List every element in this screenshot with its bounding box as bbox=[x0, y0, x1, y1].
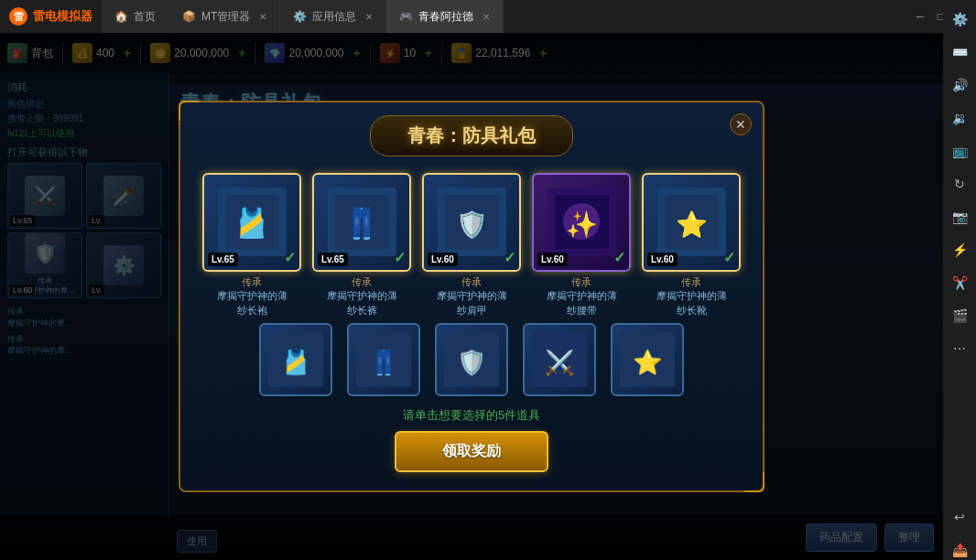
modal-item-2-label: 传承 摩揭守护神的薄纱肩甲 bbox=[437, 275, 507, 318]
modal-item-3-name: 摩揭守护神的薄纱腰带 bbox=[547, 290, 617, 315]
modal-item-4[interactable]: ⭐ Lv.60 ✓ 传承 摩揭守护神的薄纱长靴 bbox=[640, 173, 743, 318]
modal-item-2-check: ✓ bbox=[504, 249, 515, 266]
modal-item-1-box: 👖 Lv.65 ✓ bbox=[312, 173, 411, 272]
modal-item-2-level: Lv.60 bbox=[428, 253, 458, 266]
appinfo-tab-close[interactable]: ✕ bbox=[365, 12, 373, 22]
modal-title-background: 青春：防具礼包 bbox=[370, 115, 573, 156]
modal-top-items-row: 🎽 Lv.65 ✓ 传承 摩揭守护神的薄纱长袍 bbox=[180, 173, 763, 318]
rotate-icon[interactable]: ↻ bbox=[949, 174, 970, 194]
svg-text:🎽: 🎽 bbox=[281, 348, 311, 377]
modal-item-5[interactable]: 🎽 bbox=[255, 323, 336, 396]
modal-item-8[interactable]: ⚔️ bbox=[519, 323, 600, 396]
modal-close-button[interactable]: ✕ bbox=[730, 113, 752, 135]
mt-tab-label: MT管理器 bbox=[201, 9, 250, 25]
svg-text:👖: 👖 bbox=[343, 206, 380, 241]
game-tab-label: 青春阿拉德 bbox=[418, 9, 473, 25]
modal-item-0-name: 摩揭守护神的薄纱长袍 bbox=[217, 290, 287, 315]
tab-game[interactable]: 🎮 青春阿拉德 ✕ bbox=[386, 0, 504, 33]
volume-up-icon[interactable]: 🔊 bbox=[949, 75, 970, 95]
modal-title: 青春：防具礼包 bbox=[407, 125, 536, 145]
modal-item-1-level: Lv.65 bbox=[318, 253, 348, 266]
appinfo-tab-icon: ⚙️ bbox=[293, 10, 307, 23]
modal-item-9-image: ⭐ bbox=[620, 332, 675, 387]
modal-item-4-level: Lv.60 bbox=[647, 253, 678, 266]
claim-reward-button[interactable]: 领取奖励 bbox=[395, 431, 548, 472]
modal-item-3-inherit: 传承 bbox=[571, 276, 591, 287]
modal-item-8-box: ⚔️ bbox=[523, 323, 596, 396]
modal-item-1[interactable]: 👖 Lv.65 ✓ 传承 摩揭守护神的薄纱长裤 bbox=[310, 173, 413, 318]
modal-item-0-inherit: 传承 bbox=[242, 276, 262, 287]
modal-item-5-image: 🎽 bbox=[268, 332, 323, 387]
modal-item-8-image: ⚔️ bbox=[532, 332, 587, 387]
tab-home[interactable]: 🏠 首页 bbox=[102, 0, 169, 33]
modal-item-9[interactable]: ⭐ bbox=[607, 323, 688, 396]
volume-down-icon[interactable]: 🔉 bbox=[949, 108, 970, 128]
svg-text:⚔️: ⚔️ bbox=[545, 348, 575, 377]
modal-item-2[interactable]: 🛡️ Lv.60 ✓ 传承 摩揭守护神的薄纱肩甲 bbox=[420, 173, 523, 318]
modal-item-2-name: 摩揭守护神的薄纱肩甲 bbox=[437, 290, 507, 315]
modal-item-2-box: 🛡️ Lv.60 ✓ bbox=[422, 173, 521, 272]
svg-text:🛡️: 🛡️ bbox=[455, 210, 487, 240]
camera-icon[interactable]: 📷 bbox=[949, 207, 970, 227]
keyboard-icon[interactable]: ⌨️ bbox=[949, 42, 970, 62]
record-icon[interactable]: 🎬 bbox=[949, 306, 970, 326]
upload-icon[interactable]: 📤 bbox=[949, 540, 970, 560]
modal-item-1-label: 传承 摩揭守护神的薄纱长裤 bbox=[327, 275, 397, 318]
modal-item-6[interactable]: 👖 bbox=[343, 323, 424, 396]
modal-item-1-inherit: 传承 bbox=[352, 276, 372, 287]
modal-item-4-box: ⭐ Lv.60 ✓ bbox=[642, 173, 741, 272]
minimize-button[interactable]: ─ bbox=[914, 10, 927, 23]
modal-item-5-box: 🎽 bbox=[259, 323, 332, 396]
modal-item-9-box: ⭐ bbox=[611, 323, 684, 396]
modal-item-0-inner: 🎽 bbox=[215, 186, 288, 259]
mt-tab-close[interactable]: ✕ bbox=[259, 12, 266, 22]
modal-item-4-name: 摩揭守护神的薄纱长靴 bbox=[656, 290, 727, 315]
emulator-logo: 雷 雷电模拟器 bbox=[0, 7, 102, 26]
svg-text:⭐: ⭐ bbox=[675, 210, 707, 240]
modal-item-2-inherit: 传承 bbox=[461, 276, 482, 287]
appinfo-tab-label: 应用信息 bbox=[312, 9, 356, 25]
right-sidebar: ⚙️ ⌨️ 🔊 🔉 📺 ↻ 📷 ⚡ ✂️ 🎬 ⋯ ↩ 📤 bbox=[943, 0, 976, 560]
modal-item-4-image: ⭐ bbox=[657, 188, 726, 256]
modal-header: 青春：防具礼包 ✕ bbox=[180, 102, 763, 166]
modal-item-3-check: ✓ bbox=[613, 249, 625, 266]
emulator-titlebar: 雷 雷电模拟器 🏠 首页 📦 MT管理器 ✕ ⚙️ 应用信息 ✕ 🎮 青春阿拉德… bbox=[0, 0, 976, 33]
modal-item-4-label: 传承 摩揭守护神的薄纱长靴 bbox=[656, 275, 727, 318]
display-icon[interactable]: 📺 bbox=[949, 141, 970, 161]
emulator-logo-icon: 雷 bbox=[9, 7, 27, 26]
mt-tab-icon: 📦 bbox=[182, 10, 196, 23]
modal-item-2-image: 🛡️ bbox=[438, 188, 506, 256]
game-tab-icon: 🎮 bbox=[399, 10, 413, 23]
svg-text:✨: ✨ bbox=[565, 210, 597, 240]
modal-item-3-image: ✨ bbox=[548, 188, 616, 256]
modal-item-3-inner: ✨ bbox=[545, 186, 618, 259]
emulator-tabs: 🏠 首页 📦 MT管理器 ✕ ⚙️ 应用信息 ✕ 🎮 青春阿拉德 ✕ bbox=[102, 0, 905, 33]
modal-bottom-items-row: 🎽 👖 🛡 bbox=[180, 323, 763, 396]
modal-item-3-level: Lv.60 bbox=[537, 253, 568, 266]
modal-item-3-label: 传承 摩揭守护神的薄纱腰带 bbox=[547, 275, 617, 318]
svg-text:🛡️: 🛡️ bbox=[457, 348, 487, 377]
game-tab-close[interactable]: ✕ bbox=[483, 12, 490, 22]
tab-mt[interactable]: 📦 MT管理器 ✕ bbox=[169, 0, 280, 33]
modal-item-1-name: 摩揭守护神的薄纱长裤 bbox=[327, 290, 397, 315]
emulator-logo-text: 雷电模拟器 bbox=[33, 8, 92, 25]
modal-item-1-inner: 👖 bbox=[325, 186, 398, 259]
svg-text:⭐: ⭐ bbox=[633, 348, 663, 377]
more-icon[interactable]: ⋯ bbox=[949, 339, 970, 359]
back-icon[interactable]: ↩ bbox=[949, 507, 970, 527]
tab-appinfo[interactable]: ⚙️ 应用信息 ✕ bbox=[280, 0, 386, 33]
cut-icon[interactable]: ✂️ bbox=[949, 273, 970, 293]
modal-item-0-level: Lv.65 bbox=[208, 253, 238, 266]
modal-item-3[interactable]: ✨ Lv.60 ✓ 传承 摩揭守护神的薄纱腰带 bbox=[530, 173, 633, 318]
home-tab-label: 首页 bbox=[134, 9, 156, 25]
modal-item-7[interactable]: 🛡️ bbox=[431, 323, 512, 396]
modal-item-4-inherit: 传承 bbox=[681, 276, 701, 287]
modal-hint-text: 请单击想要选择的5件道具 bbox=[180, 407, 763, 424]
modal-item-7-box: 🛡️ bbox=[435, 323, 508, 396]
modal-item-0-check: ✓ bbox=[284, 249, 296, 266]
settings-icon[interactable]: ⚙️ bbox=[949, 9, 970, 29]
modal-item-0[interactable]: 🎽 Lv.65 ✓ 传承 摩揭守护神的薄纱长袍 bbox=[201, 173, 303, 318]
boost-icon[interactable]: ⚡ bbox=[949, 240, 970, 260]
modal-item-0-label: 传承 摩揭守护神的薄纱长袍 bbox=[217, 275, 287, 318]
modal-item-3-box: ✨ Lv.60 ✓ bbox=[532, 173, 631, 272]
